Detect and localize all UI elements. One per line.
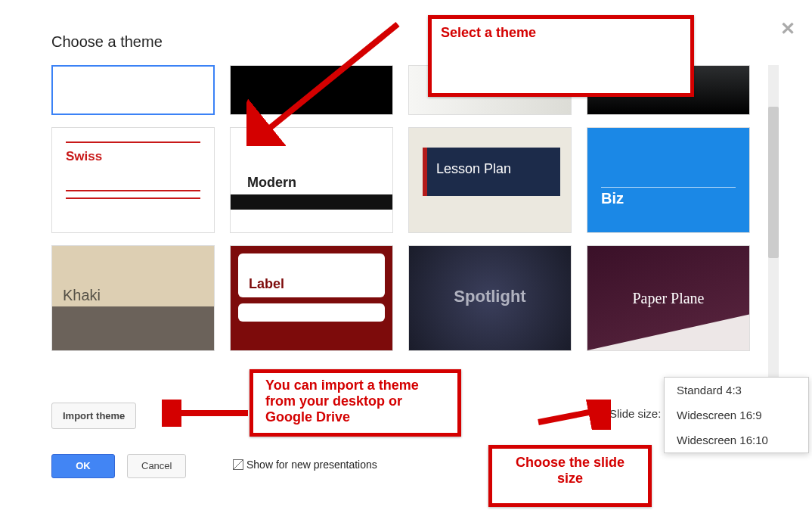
decor-bottom (52, 306, 214, 350)
annotation-import-note: You can import a theme from your desktop… (249, 369, 461, 437)
theme-label: Modern (247, 175, 296, 191)
theme-swiss[interactable]: Swiss (51, 127, 215, 233)
dialog-title: Choose a theme (51, 33, 163, 51)
theme-label: Spotlight (409, 287, 571, 306)
theme-label: Khaki (63, 287, 101, 304)
annotation-select-theme: Select a theme (428, 15, 694, 97)
theme-label: Biz (601, 190, 624, 207)
theme-biz[interactable]: Biz (587, 127, 750, 233)
size-option-16-10[interactable]: Widescreen 16:10 (665, 428, 808, 452)
theme-paper-plane[interactable]: Paper Plane (587, 245, 750, 351)
scroll-thumb[interactable] (768, 107, 779, 258)
ok-button[interactable]: OK (51, 454, 115, 478)
theme-tile[interactable] (51, 65, 215, 115)
checkbox-icon[interactable] (233, 459, 243, 470)
annotation-choose-size: Choose the slide size (488, 445, 652, 507)
arrow-icon (246, 21, 405, 146)
decor-bar (231, 194, 392, 210)
scrollbar[interactable] (768, 65, 779, 377)
theme-lesson-plan[interactable]: Lesson Plan (408, 127, 572, 233)
theme-grid: Swiss Modern Lesson Plan Biz Khaki Label… (51, 65, 762, 377)
svg-line-0 (262, 24, 398, 135)
theme-label: Paper Plane (587, 290, 749, 307)
svg-line-2 (538, 410, 600, 422)
arrow-icon (535, 400, 611, 430)
cancel-button[interactable]: Cancel (127, 454, 186, 478)
import-theme-button[interactable]: Import theme (51, 403, 136, 429)
decor-line (66, 141, 200, 143)
theme-dialog: ✕ Choose a theme Swiss Modern Lesson Pla… (20, 6, 812, 510)
slide-size-label: Slide size: (609, 407, 661, 420)
decor-line (601, 187, 736, 188)
theme-label: Swiss (66, 149, 102, 164)
arrow-icon (162, 400, 253, 427)
decor-box (238, 303, 385, 322)
show-new-presentations-checkbox[interactable]: Show for new presentations (233, 459, 377, 471)
slide-size-menu: Standard 4:3 Widescreen 16:9 Widescreen … (664, 377, 809, 453)
size-option-standard[interactable]: Standard 4:3 (665, 378, 808, 403)
theme-label: Lesson Plan (436, 161, 511, 177)
checkbox-label: Show for new presentations (246, 459, 377, 471)
close-icon[interactable]: ✕ (780, 18, 795, 39)
decor-line (66, 197, 200, 199)
decor-fold (587, 314, 750, 350)
decor-line (66, 190, 200, 191)
theme-spotlight[interactable]: Spotlight (408, 245, 572, 351)
size-option-16-9[interactable]: Widescreen 16:9 (665, 403, 808, 428)
theme-label-theme[interactable]: Label (230, 245, 393, 351)
theme-khaki[interactable]: Khaki (51, 245, 215, 351)
theme-label: Label (238, 253, 385, 297)
